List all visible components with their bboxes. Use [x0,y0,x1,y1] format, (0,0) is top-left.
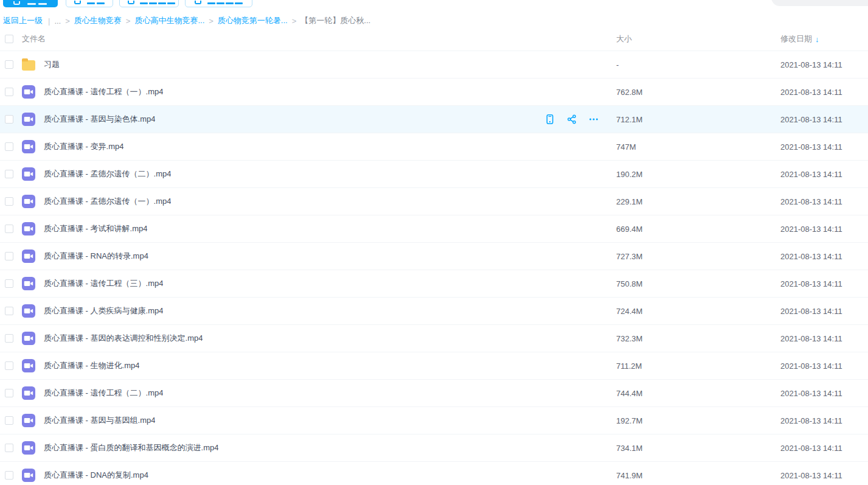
table-row[interactable]: 质心直播课 - RNA的转录.mp4 [0,242,868,270]
select-all-checkbox[interactable] [5,35,13,43]
date-column-header[interactable]: 修改日期 [780,33,812,44]
row-checkbox[interactable] [5,197,13,206]
file-name-link[interactable]: 质心直播课 - DNA的复制.mp4 [44,470,148,481]
row-checkbox[interactable] [5,334,13,343]
file-name-link[interactable]: 质心直播课 - 基因与染色体.mp4 [44,114,155,125]
toolbar-button-2[interactable] [66,0,113,7]
table-row[interactable]: 质心直播课 - 基因的表达调控和性别决定.mp4 [0,324,868,352]
toolbar-button-3[interactable] [119,0,179,7]
table-row[interactable]: 质心直播课 - 基因与染色体.mp4 [0,105,868,133]
breadcrumb-link[interactable]: 质心物竞第一轮暑... [218,15,288,26]
file-modified-date: 2021-08-13 14:11 [780,444,868,453]
table-row[interactable]: 质心直播课 - 生物进化.mp4 [0,352,868,379]
toolbar-button-label-fragment [87,2,95,4]
file-type-icon-slot [22,469,35,482]
row-checkbox[interactable] [5,471,13,480]
toolbar-button-4[interactable] [185,0,252,7]
file-size: 229.1M [616,197,780,206]
table-row[interactable]: 质心直播课 - 遗传工程（二）.mp4 [0,379,868,406]
send-to-phone-icon[interactable] [544,114,555,125]
row-checkbox[interactable] [5,170,13,178]
toolbar [0,0,868,9]
file-type-icon-slot [22,167,35,181]
file-modified-date: 2021-08-13 14:11 [780,142,868,152]
file-modified-date: 2021-08-13 14:11 [780,225,868,234]
table-row[interactable]: 质心直播课 - 孟德尔遗传（二）.mp4 [0,160,868,187]
file-size: 727.3M [616,252,780,261]
table-row[interactable]: 质心直播课 - 遗传工程（一）.mp4 [0,78,868,105]
breadcrumb-link[interactable]: 质心高中生物竞赛... [134,15,204,26]
breadcrumb-ellipsis[interactable]: ... [54,16,61,26]
row-checkbox[interactable] [5,225,13,233]
toolbar-button-label-fragment [226,2,234,4]
file-type-icon-slot [22,195,35,208]
file-size: 192.7M [616,416,780,425]
toolbar-button-icon [128,1,134,4]
video-file-icon [22,441,35,455]
file-size: 762.8M [616,88,780,97]
video-file-icon [22,386,35,400]
file-name-link[interactable]: 质心直播课 - 孟德尔遗传（一）.mp4 [44,196,171,207]
file-name-link[interactable]: 质心直播课 - 孟德尔遗传（二）.mp4 [44,169,171,180]
table-row[interactable]: 质心直播课 - 人类疾病与健康.mp4 [0,297,868,324]
file-name-link[interactable]: 质心直播课 - 基因与基因组.mp4 [44,415,155,426]
row-checkbox[interactable] [5,279,13,288]
table-row[interactable]: 质心直播课 - 遗传工程（三）.mp4 [0,270,868,297]
file-type-icon-slot [22,222,35,236]
search-input[interactable] [771,0,868,6]
row-checkbox[interactable] [5,252,13,260]
file-name-link[interactable]: 质心直播课 - 蛋白质的翻译和基因概念的演进.mp4 [44,442,218,453]
breadcrumb-separator: > [65,16,70,26]
row-checkbox[interactable] [5,389,13,397]
file-modified-date: 2021-08-13 14:11 [780,115,868,124]
table-row[interactable]: 质心直播课 - 孟德尔遗传（一）.mp4 [0,187,868,215]
file-name-link[interactable]: 质心直播课 - 变异.mp4 [44,141,123,152]
toolbar-button-label-fragment [158,2,166,4]
toolbar-button-icon [195,1,201,4]
breadcrumb-link[interactable]: 质心生物竞赛 [74,15,122,26]
video-file-icon [22,222,35,236]
table-row[interactable]: 质心直播课 - DNA的复制.mp4 [0,461,868,485]
file-table: 文件名 大小 修改日期 ↓ 习题 [0,27,868,485]
file-size: 724.4M [616,307,780,316]
file-name-link[interactable]: 质心直播课 - 遗传工程（二）.mp4 [44,388,163,399]
file-name-link[interactable]: 质心直播课 - 人类疾病与健康.mp4 [44,305,163,316]
file-name-link[interactable]: 习题 [44,59,60,70]
file-type-icon-slot [22,441,35,455]
toolbar-button-icon [13,1,20,5]
table-row[interactable]: 习题 [0,51,868,78]
file-name-link[interactable]: 质心直播课 - 考试和讲解.mp4 [44,223,147,234]
row-checkbox[interactable] [5,444,13,452]
file-type-icon-slot [22,414,35,427]
table-row[interactable]: 质心直播课 - 蛋白质的翻译和基因概念的演进.mp4 [0,434,868,461]
file-name-link[interactable]: 质心直播课 - 生物进化.mp4 [44,360,139,371]
table-row[interactable]: 质心直播课 - 考试和讲解.mp4 [0,215,868,242]
row-checkbox[interactable] [5,60,13,69]
file-type-icon-slot [22,58,35,71]
table-row[interactable]: 质心直播课 - 基因与基因组.mp4 [0,406,868,434]
file-modified-date: 2021-08-13 14:11 [780,279,868,288]
row-checkbox[interactable] [5,115,13,124]
row-checkbox[interactable] [5,142,13,151]
file-name-link[interactable]: 质心直播课 - RNA的转录.mp4 [44,251,148,262]
more-actions-icon[interactable] [588,114,599,125]
video-file-icon [22,359,35,372]
file-type-icon-slot [22,113,35,126]
toolbar-primary-button[interactable] [3,0,58,7]
file-name-link[interactable]: 质心直播课 - 遗传工程（一）.mp4 [44,86,163,97]
sort-descending-icon[interactable]: ↓ [815,35,819,44]
row-checkbox[interactable] [5,88,13,96]
file-name-link[interactable]: 质心直播课 - 基因的表达调控和性别决定.mp4 [44,333,203,344]
back-to-parent-link[interactable]: 返回上一级 [3,15,43,26]
file-size: 712.1M [616,115,780,124]
share-icon[interactable] [566,114,577,125]
row-checkbox[interactable] [5,307,13,315]
row-checkbox[interactable] [5,416,13,425]
file-name-link[interactable]: 质心直播课 - 遗传工程（三）.mp4 [44,278,163,289]
row-checkbox[interactable] [5,361,13,370]
video-file-icon [22,277,35,290]
video-file-icon [22,113,35,126]
table-row[interactable]: 质心直播课 - 变异.mp4 [0,133,868,160]
breadcrumb: 返回上一级 | ... >质心生物竞赛>质心高中生物竞赛...>质心物竞第一轮暑… [3,15,370,26]
video-file-icon [22,85,35,99]
